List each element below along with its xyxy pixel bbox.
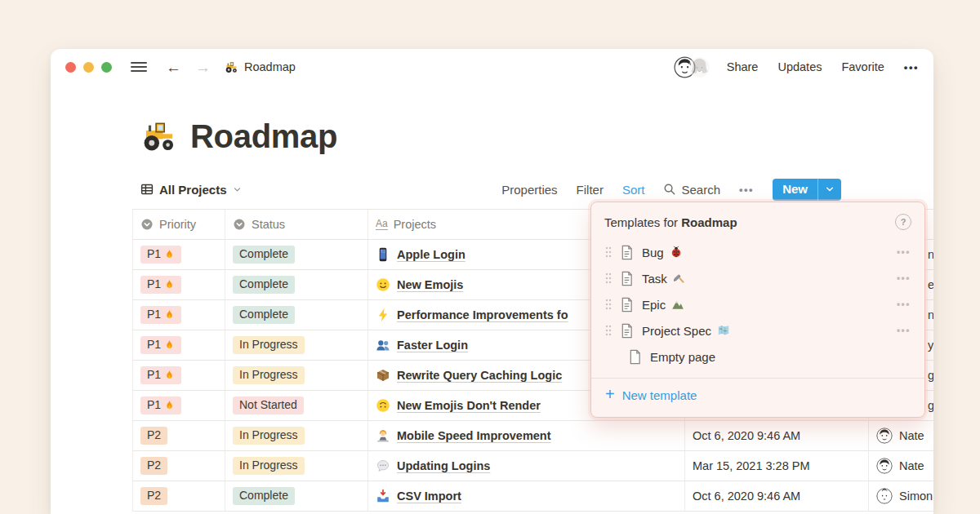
drag-handle-icon[interactable] [605,246,612,258]
filter-button[interactable]: Filter [577,183,604,197]
column-header-label: Projects [394,218,436,231]
priority-cell[interactable]: P1 [133,270,225,299]
project-cell[interactable]: Updating Logins [368,451,685,481]
priority-cell[interactable]: P2 [133,451,225,481]
column-header-label: Priority [159,218,196,231]
updates-button[interactable]: Updates [777,60,822,73]
status-label: Complete [233,276,295,295]
maximize-window-button[interactable] [101,62,112,73]
priority-cell[interactable]: P2 [133,421,225,450]
date-cell[interactable]: Oct 6, 2020 9:46 AM [685,421,869,450]
project-link[interactable]: Apple Login [397,248,466,261]
priority-cell[interactable]: P1 [133,240,225,269]
column-header-priority[interactable]: Priority [133,210,225,239]
priority-cell[interactable]: P1 [133,391,225,420]
tractor-emoji [225,60,238,74]
status-cell[interactable]: Complete [225,240,368,269]
template-item-project-spec[interactable]: Project Spec ••• [596,317,920,343]
view-name: All Projects [159,183,227,197]
project-cell[interactable]: Mobile Speed Improvement [368,421,685,450]
new-button[interactable]: New [773,179,841,201]
template-item-epic[interactable]: Epic ••• [596,291,920,317]
templates-popup-header: Templates for Roadmap ? [591,202,924,237]
project-link[interactable]: Updating Logins [397,459,490,472]
plus-icon: + [605,386,615,402]
template-list: Bug ••• Task ••• Epic ••• [591,237,924,370]
priority-label: P2 [140,427,167,445]
new-dropdown-button[interactable] [818,179,841,201]
popup-title-name: Roadmap [681,215,737,229]
status-cell[interactable]: In Progress [225,330,368,360]
table-row: P2 In Progress Updating Logins Mar 15, 2… [133,451,933,481]
date-value: Oct 6, 2020 9:46 AM [693,429,800,442]
template-item-empty-page[interactable]: Empty page [596,343,920,370]
project-link[interactable]: Mobile Speed Improvement [397,429,551,442]
priority-cell[interactable]: P2 [133,481,225,511]
favorite-button[interactable]: Favorite [841,60,884,73]
page-title[interactable]: Roadmap [190,118,337,155]
template-more-button[interactable]: ••• [897,299,911,310]
more-options-button[interactable]: ••• [904,61,919,73]
date-cell[interactable]: Oct 6, 2020 9:46 AM [685,481,869,511]
status-label: In Progress [233,366,305,385]
template-item-task[interactable]: Task ••• [596,265,920,291]
view-more-button[interactable]: ••• [739,184,754,196]
minimize-window-button[interactable] [83,62,94,73]
status-cell[interactable]: Not Started [225,391,368,420]
project-cell[interactable]: CSV Import [368,481,685,511]
back-button[interactable]: ← [163,60,185,75]
status-cell[interactable]: In Progress [225,451,368,481]
project-link[interactable]: New Emojis Don't Render [397,399,541,412]
properties-button[interactable]: Properties [501,183,557,197]
template-more-button[interactable]: ••• [897,246,911,258]
status-cell[interactable]: Complete [225,481,368,511]
share-button[interactable]: Share [727,60,759,73]
template-item-bug[interactable]: Bug ••• [596,239,920,265]
sort-button[interactable]: Sort [622,183,645,197]
project-link[interactable]: Performance Improvements fo [397,308,568,321]
chevron-down-icon [825,184,835,194]
project-link[interactable]: Rewrite Query Caching Logic [397,369,562,382]
page-icon [620,323,634,339]
lady-beetle-emoji [670,246,683,259]
priority-label: P2 [140,487,167,506]
breadcrumb[interactable]: Roadmap [225,60,296,74]
forward-button[interactable]: → [192,60,214,75]
help-icon[interactable]: ? [895,214,911,230]
date-cell[interactable]: Mar 15, 2021 3:28 PM [685,451,869,481]
project-link[interactable]: CSV Import [397,490,461,503]
sidebar-menu-icon[interactable] [131,62,147,72]
drag-handle-icon[interactable] [605,273,612,284]
search-label: Search [681,183,720,197]
tractor-emoji[interactable] [140,117,178,155]
drag-handle-icon[interactable] [605,325,612,336]
avatar-nate [876,458,893,474]
status-cell[interactable]: Complete [225,270,368,299]
view-switcher[interactable]: All Projects [140,183,242,197]
drag-handle-icon[interactable] [605,299,612,310]
status-label: In Progress [233,427,305,445]
column-header-status[interactable]: Status [225,210,368,239]
new-template-button[interactable]: + New template [591,378,924,411]
template-more-button[interactable]: ••• [897,273,911,284]
priority-label: P1 [147,338,161,352]
template-label: Empty page [650,350,715,364]
priority-cell[interactable]: P1 [133,300,225,330]
project-link[interactable]: Faster Login [397,339,468,352]
blank-page-icon [628,349,642,365]
status-cell[interactable]: In Progress [225,421,368,450]
project-link[interactable]: New Emojis [397,278,463,291]
status-cell[interactable]: Complete [225,300,368,330]
speech-balloon-emoji [376,459,390,473]
close-window-button[interactable] [65,62,76,73]
priority-cell[interactable]: P1 [133,361,225,390]
search-button[interactable]: Search [663,183,720,197]
priority-cell[interactable]: P1 [133,330,225,360]
collaborator-avatars[interactable] [674,56,710,78]
person-cell[interactable]: Simon [869,481,933,511]
template-more-button[interactable]: ••• [897,325,911,336]
person-cell[interactable]: Nate [869,421,933,450]
status-cell[interactable]: In Progress [225,361,368,390]
window-topbar: ← → Roadmap Share Updates Favorite ••• [51,49,933,85]
person-cell[interactable]: Nate [869,451,933,481]
